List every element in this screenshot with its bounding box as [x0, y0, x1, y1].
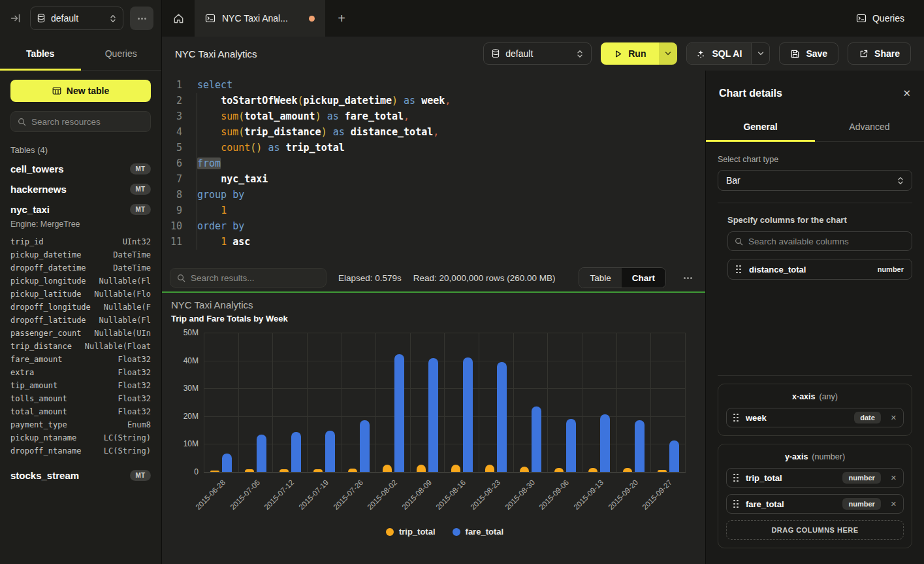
run-button[interactable]: Run	[601, 42, 659, 65]
queries-button[interactable]: Queries	[856, 13, 904, 24]
code-line[interactable]: group by	[197, 187, 705, 203]
chart-bar-fare_total[interactable]	[497, 362, 507, 472]
chart-bar-trip_total[interactable]	[210, 471, 219, 472]
table-column: pickup_longitudeNullable(Fl	[10, 274, 151, 288]
remove-column-icon[interactable]: ✕	[891, 474, 897, 482]
tab-advanced[interactable]: Advanced	[815, 112, 924, 141]
chart-bar-fare_total[interactable]	[360, 420, 370, 472]
table-item-stocks-stream[interactable]: stocks_stream MT	[0, 465, 161, 486]
chart-section: NYC Taxi Analytics Trip and Fare Totals …	[162, 291, 705, 564]
remove-column-icon[interactable]: ✕	[891, 414, 897, 422]
save-button[interactable]: Save	[779, 42, 838, 65]
legend-item-trip_total[interactable]: trip_total	[386, 527, 436, 537]
code-line[interactable]: count() as trip_total	[197, 140, 705, 156]
line-number: 11	[162, 234, 182, 250]
chart-bar-fare_total[interactable]	[635, 420, 645, 472]
chart-category: 2015-06-28	[204, 333, 238, 472]
code-line[interactable]: sum(trip_distance) as distance_total,	[197, 124, 705, 140]
chart-bar-fare_total[interactable]	[222, 454, 232, 472]
column-type-badge: date	[854, 412, 881, 423]
results-view-toggle: Table Chart	[579, 267, 666, 288]
sql-ai-button[interactable]: SQL AI	[687, 43, 751, 64]
code-line[interactable]: order by	[197, 218, 705, 234]
table-item-cell-towers[interactable]: cell_towers MT	[0, 159, 161, 179]
chart-bar-trip_total[interactable]	[658, 470, 667, 472]
chart-bar-trip_total[interactable]	[279, 469, 289, 472]
tab-general-label: General	[743, 122, 777, 132]
sidebar-tab-queries[interactable]: Queries	[81, 37, 162, 70]
chart-bar-trip_total[interactable]	[520, 467, 529, 472]
code-line[interactable]: sum(total_amount) as fare_total,	[197, 108, 705, 124]
chart-bar-trip_total[interactable]	[554, 468, 564, 472]
drag-handle-icon[interactable]	[733, 414, 739, 422]
chart-bar-trip_total[interactable]	[588, 468, 597, 472]
sql-ai-label: SQL AI	[712, 48, 742, 59]
chart-bar-trip_total[interactable]	[485, 465, 494, 472]
sql-ai-caret[interactable]	[751, 43, 769, 64]
sql-ai-button-group: SQL AI	[686, 42, 770, 65]
database-selector[interactable]: default	[30, 7, 123, 30]
chart-bar-fare_total[interactable]	[428, 358, 438, 472]
collapse-sidebar-icon[interactable]	[8, 13, 24, 24]
run-options-caret[interactable]	[659, 42, 677, 65]
chart-bar-fare_total[interactable]	[669, 440, 679, 472]
code-line[interactable]: select	[197, 77, 705, 93]
view-table-button[interactable]: Table	[579, 268, 621, 288]
view-chart-button[interactable]: Chart	[622, 268, 665, 288]
queries-label: Queries	[872, 13, 904, 24]
chart-bar-trip_total[interactable]	[313, 469, 323, 472]
chart-bar-fare_total[interactable]	[532, 406, 541, 472]
code-line[interactable]: nyc_taxi	[197, 171, 705, 187]
chart-bar-fare_total[interactable]	[463, 357, 473, 473]
home-button[interactable]	[162, 0, 195, 37]
search-results-input[interactable]: Search results...	[170, 268, 327, 288]
chart-bar-trip_total[interactable]	[451, 465, 460, 473]
table-item-hackernews[interactable]: hackernews MT	[0, 179, 161, 199]
chart-bar-fare_total[interactable]	[394, 354, 404, 472]
share-button[interactable]: Share	[848, 42, 911, 65]
chart-bar-trip_total[interactable]	[417, 465, 426, 472]
legend-item-fare_total[interactable]: fare_total	[453, 527, 504, 537]
search-columns-input[interactable]: Search available columns	[727, 231, 912, 251]
axis-column-row[interactable]: trip_totalnumber✕	[726, 468, 904, 488]
chart-bar-fare_total[interactable]	[325, 431, 335, 472]
table-item-nyc-taxi[interactable]: nyc_taxi MT	[0, 199, 161, 220]
chart-bar-fare_total[interactable]	[566, 419, 576, 472]
code-line[interactable]: 1 asc	[197, 234, 705, 250]
run-database-selector[interactable]: default	[483, 42, 592, 65]
available-column-row[interactable]: distance_totalnumber	[727, 259, 912, 280]
code-line[interactable]: 1	[197, 203, 705, 218]
code-line[interactable]: from	[197, 156, 705, 171]
chart-bar-fare_total[interactable]	[600, 414, 610, 472]
editor-code[interactable]: select toStartOfWeek(pickup_datetime) as…	[191, 77, 705, 264]
drop-zone[interactable]: DRAG COLUMNS HERE	[726, 520, 904, 540]
search-resources-input[interactable]: Search resources	[10, 111, 151, 132]
close-icon[interactable]: ✕	[902, 88, 911, 99]
sidebar-more-button[interactable]	[130, 7, 153, 30]
engine-badge: MT	[130, 163, 151, 174]
axis-column-row[interactable]: fare_totalnumber✕	[726, 494, 904, 514]
drag-handle-icon[interactable]	[733, 500, 739, 508]
chart-bar-trip_total[interactable]	[383, 465, 392, 473]
column-type: Float32	[118, 366, 151, 379]
new-tab-button[interactable]: +	[325, 0, 358, 37]
chart-bar-fare_total[interactable]	[291, 432, 301, 472]
sidebar-tab-tables[interactable]: Tables	[0, 37, 81, 70]
results-more-button[interactable]	[678, 277, 697, 279]
chart-bar-trip_total[interactable]	[245, 469, 254, 472]
query-tab[interactable]: NYC Taxi Anal...	[195, 0, 325, 37]
sidebar-top-bar: default	[0, 0, 162, 37]
chart-category: 2015-08-09	[410, 333, 445, 472]
remove-column-icon[interactable]: ✕	[891, 500, 897, 508]
chart-bar-trip_total[interactable]	[348, 469, 357, 472]
drag-handle-icon[interactable]	[736, 265, 741, 274]
code-line[interactable]: toStartOfWeek(pickup_datetime) as week,	[197, 93, 705, 108]
tab-general[interactable]: General	[706, 112, 815, 141]
chart-bar-fare_total[interactable]	[257, 435, 266, 472]
axis-column-row[interactable]: weekdate✕	[726, 408, 904, 427]
chart-bar-trip_total[interactable]	[623, 468, 632, 472]
new-table-button[interactable]: New table	[10, 80, 151, 102]
sql-editor[interactable]: 1234567891011 select toStartOfWeek(picku…	[162, 71, 705, 264]
chart-type-select[interactable]: Bar	[718, 170, 912, 191]
drag-handle-icon[interactable]	[733, 474, 739, 482]
